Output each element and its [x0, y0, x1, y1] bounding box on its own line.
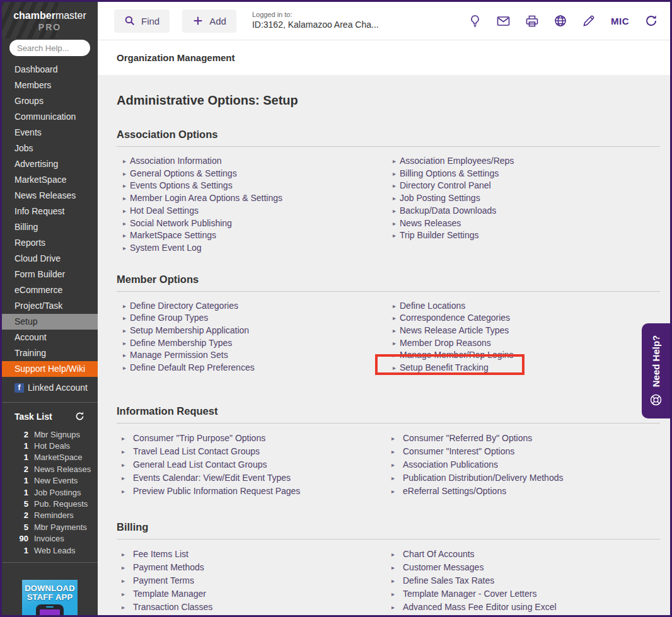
- refresh-icon[interactable]: [645, 14, 658, 27]
- setup-link-item[interactable]: News Release Article Types: [393, 325, 660, 337]
- sidebar-nav-item[interactable]: Jobs: [2, 141, 98, 156]
- task-list-item[interactable]: 2 Mbr Signups: [14, 429, 98, 440]
- setup-link-item[interactable]: Define Sales Tax Rates: [390, 574, 660, 587]
- setup-link-item[interactable]: Hot Deal Settings: [123, 205, 386, 217]
- sidebar-nav-item[interactable]: Linked Account: [2, 380, 98, 396]
- setup-link-label: Billing Options & Settings: [400, 168, 499, 180]
- task-list-item[interactable]: 1 Job Postings: [14, 487, 98, 498]
- setup-link-item[interactable]: Backup/Data Downloads: [393, 205, 660, 217]
- setup-link-item[interactable]: Advanced Mass Fee Editor using Excel: [390, 601, 660, 614]
- sidebar-nav-item[interactable]: Project/Task: [2, 298, 98, 314]
- mic-label[interactable]: MIC: [611, 16, 629, 26]
- setup-link-item[interactable]: Consumer "Interest" Options: [390, 445, 660, 458]
- setup-link-item[interactable]: Events Calendar: View/Edit Event Types: [120, 471, 386, 485]
- arrow-bullet-icon: [123, 325, 130, 337]
- setup-link-item[interactable]: Define Membership Types: [123, 337, 386, 350]
- setup-link-item[interactable]: Consumer "Trip Purpose" Options: [120, 432, 386, 445]
- setup-link-item[interactable]: Job Posting Settings: [393, 192, 660, 205]
- setup-link-item[interactable]: Chart Of Accounts: [390, 548, 660, 561]
- setup-link-item[interactable]: Payment Terms: [120, 574, 386, 587]
- printer-icon[interactable]: [526, 15, 538, 27]
- setup-link-item[interactable]: Customer Messages: [390, 561, 660, 574]
- add-button[interactable]: Add: [182, 9, 236, 33]
- setup-link-item[interactable]: MarketSpace Settings: [123, 229, 386, 242]
- setup-link-item[interactable]: Define Group Types: [123, 312, 386, 325]
- setup-link-item[interactable]: Define Directory Categories: [123, 300, 386, 313]
- setup-link-item[interactable]: Define Default Rep Preferences: [123, 362, 386, 374]
- sidebar-nav-item[interactable]: Groups: [2, 93, 98, 109]
- arrow-bullet-icon: [390, 485, 403, 498]
- setup-link-item[interactable]: Events Options & Settings: [123, 180, 386, 192]
- setup-link-item[interactable]: Consumer "Referred By" Options: [390, 432, 660, 445]
- task-list-item[interactable]: 5 Pub. Requests: [14, 498, 98, 509]
- sidebar-nav-item[interactable]: Communication: [2, 109, 98, 125]
- mail-icon[interactable]: [497, 16, 510, 26]
- task-list-item[interactable]: 90 Invoices: [14, 533, 98, 545]
- setup-link-item[interactable]: Association Information: [123, 155, 386, 168]
- setup-link-item[interactable]: Manage Permission Sets: [123, 349, 386, 362]
- setup-link-item[interactable]: Social Network Publishing: [123, 217, 386, 230]
- setup-link-item[interactable]: System Event Log: [123, 242, 386, 255]
- setup-link-item[interactable]: Template Manager: [120, 587, 386, 601]
- setup-link-item[interactable]: Association Employees/Reps: [393, 155, 660, 168]
- sidebar-nav-item[interactable]: Reports: [2, 235, 98, 251]
- task-list-item[interactable]: 1 MarketSpace: [14, 452, 98, 463]
- setup-link-item[interactable]: Manage Member/Rep Logins: [393, 349, 660, 362]
- setup-link-item[interactable]: Association Publications: [390, 458, 660, 471]
- setup-link-item[interactable]: Member Drop Reasons: [393, 337, 660, 350]
- sidebar-nav-item[interactable]: Events: [2, 125, 98, 141]
- setup-link-item[interactable]: General Options & Settings: [123, 168, 386, 180]
- pencil-icon[interactable]: [582, 14, 595, 27]
- setup-link-item[interactable]: Transaction Classes: [120, 601, 386, 614]
- task-list-item[interactable]: 2 News Releases: [14, 463, 98, 475]
- sidebar-nav-item-label: Setup: [14, 316, 38, 326]
- setup-link-item[interactable]: Setup Membership Application: [123, 325, 386, 337]
- section-divider: [117, 423, 660, 424]
- setup-link-item[interactable]: News Releases: [393, 217, 660, 230]
- setup-link-item[interactable]: Setup Benefit Tracking: [393, 362, 660, 374]
- sidebar-nav-item[interactable]: Billing: [2, 219, 98, 235]
- sidebar-nav-item[interactable]: Account: [2, 330, 98, 345]
- setup-link-item[interactable]: eReferral Settings/Options: [390, 485, 660, 498]
- help-search-input[interactable]: [9, 40, 90, 56]
- life-ring-icon: [649, 393, 663, 407]
- setup-link-label: Hot Deal Settings: [130, 205, 199, 217]
- sidebar-nav-item[interactable]: Training: [2, 345, 98, 361]
- sidebar-nav-item[interactable]: MarketSpace: [2, 172, 98, 188]
- setup-link-item[interactable]: General Lead List Contact Groups: [120, 458, 386, 471]
- sidebar-nav-item[interactable]: Dashboard: [2, 62, 98, 78]
- setup-link-item[interactable]: Publication Distribution/Delivery Method…: [390, 471, 660, 485]
- sidebar-nav-item[interactable]: Members: [2, 78, 98, 93]
- setup-link-item[interactable]: Billing Options & Settings: [393, 168, 660, 180]
- setup-link-item[interactable]: Correspondence Categories: [393, 312, 660, 325]
- refresh-icon[interactable]: [74, 411, 85, 422]
- sidebar-nav-item[interactable]: Support Help/Wiki: [2, 361, 98, 377]
- setup-link-item[interactable]: Directory Control Panel: [393, 180, 660, 192]
- task-list-item[interactable]: 1 Web Leads: [14, 545, 98, 556]
- globe-icon[interactable]: [554, 14, 567, 27]
- sidebar-nav-item[interactable]: Advertising: [2, 156, 98, 172]
- task-list-item[interactable]: 1 New Events: [14, 475, 98, 487]
- sidebar-nav-item[interactable]: eCommerce: [2, 282, 98, 298]
- sidebar-nav-item[interactable]: Setup: [2, 314, 98, 330]
- task-list-item[interactable]: 2 Reminders: [14, 510, 98, 521]
- setup-link-item[interactable]: Travel Lead List Contact Groups: [120, 445, 386, 458]
- sidebar-nav-item[interactable]: News Releases: [2, 188, 98, 204]
- setup-link-item[interactable]: Member Login Area Options & Settings: [123, 192, 386, 205]
- setup-link-item[interactable]: Template Manager - Cover Letters: [390, 587, 660, 601]
- sidebar-nav-item[interactable]: Cloud Drive: [2, 251, 98, 267]
- setup-link-item[interactable]: Payment Methods: [120, 561, 386, 574]
- setup-link-label: Trip Builder Settings: [400, 229, 479, 242]
- lightbulb-icon[interactable]: [469, 14, 481, 28]
- sidebar-nav-item[interactable]: Form Builder: [2, 267, 98, 282]
- sidebar-nav-item[interactable]: Info Request: [2, 204, 98, 219]
- task-list-item[interactable]: 5 Mbr Payments: [14, 521, 98, 533]
- setup-link-item[interactable]: Fee Items List: [120, 548, 386, 561]
- task-list-item[interactable]: 1 Hot Deals: [14, 440, 98, 451]
- setup-link-item[interactable]: Define Locations: [393, 300, 660, 313]
- setup-link-item[interactable]: Preview Public Information Request Pages: [120, 485, 386, 498]
- setup-link-item[interactable]: Trip Builder Settings: [393, 229, 660, 242]
- find-button[interactable]: Find: [114, 9, 170, 33]
- need-help-tab[interactable]: Need Help?: [642, 323, 670, 418]
- download-staff-app-banner[interactable]: DOWNLOAD STAFF APP: [22, 580, 78, 615]
